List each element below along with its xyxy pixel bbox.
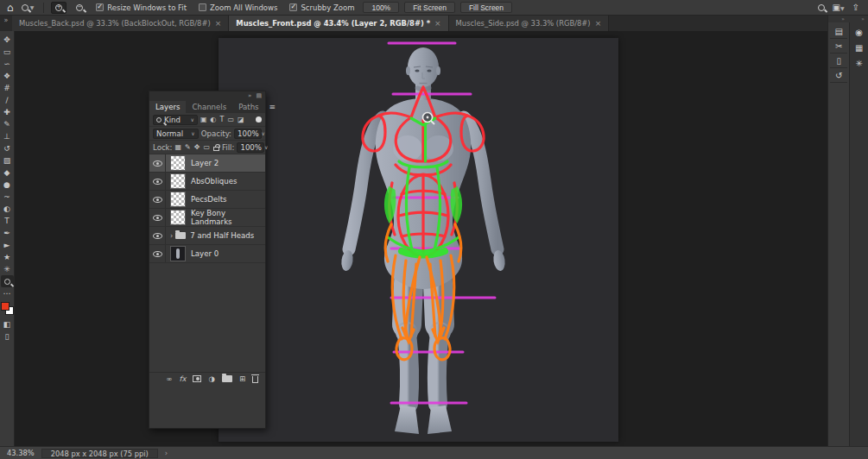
search-icon[interactable] bbox=[818, 4, 825, 11]
history-brush-tool[interactable]: ↺ bbox=[1, 142, 14, 154]
filter-pixel-layers-icon[interactable]: ▣ bbox=[200, 116, 207, 123]
visibility-toggle[interactable] bbox=[149, 191, 166, 208]
move-tool[interactable]: ✥ bbox=[1, 34, 14, 46]
eyedropper-tool[interactable]: ∕ bbox=[1, 94, 14, 106]
zoom-out-button[interactable]: − bbox=[72, 2, 87, 14]
more-tools-button[interactable]: ⋯ bbox=[1, 287, 14, 299]
foreground-color-swatch[interactable] bbox=[1, 302, 10, 311]
hand-tool[interactable]: ✳ bbox=[1, 263, 14, 275]
tab-layers[interactable]: Layers bbox=[149, 101, 186, 113]
new-layer-icon[interactable]: ⊞ bbox=[239, 374, 245, 383]
kind-filter-select[interactable]: Kind ∨ bbox=[153, 115, 198, 125]
new-group-icon[interactable] bbox=[222, 375, 232, 382]
filter-type-layers-icon[interactable]: T bbox=[220, 116, 225, 123]
adjustments-panel-icon[interactable]: ✂ bbox=[830, 39, 847, 53]
quick-mask-button[interactable]: ◧ bbox=[1, 318, 14, 330]
visibility-toggle[interactable] bbox=[149, 173, 166, 190]
visibility-toggle[interactable] bbox=[149, 154, 166, 172]
eraser-tool[interactable]: ▨ bbox=[1, 154, 14, 167]
tab-muscles-side[interactable]: Muscles_Side.psd @ 33.3% (RGB/8#) × bbox=[449, 16, 610, 31]
close-icon[interactable]: × bbox=[595, 19, 602, 28]
clone-stamp-tool[interactable]: ⊥ bbox=[1, 130, 14, 142]
history-panel-icon[interactable]: ↺ bbox=[830, 68, 847, 83]
object-selection-tool[interactable]: ❖ bbox=[1, 70, 14, 82]
color-panel-icon[interactable]: ◉ bbox=[851, 24, 868, 40]
add-layer-mask-icon[interactable] bbox=[193, 375, 201, 382]
shape-tool[interactable]: ★ bbox=[1, 251, 14, 263]
dock-collapse-icon[interactable]: » bbox=[828, 16, 848, 22]
layer-thumbnail[interactable] bbox=[170, 155, 186, 171]
zoom-all-windows-checkbox[interactable]: Zoom All Windows bbox=[199, 3, 277, 12]
layer-row-pecsdelts[interactable]: PecsDelts bbox=[149, 191, 265, 209]
zoom-level-field[interactable]: 43.38% bbox=[7, 449, 35, 457]
tab-channels[interactable]: Channels bbox=[186, 101, 232, 113]
group-expand-icon[interactable]: › bbox=[170, 232, 173, 240]
marquee-tool[interactable]: ▭ bbox=[1, 46, 14, 58]
patterns-panel-icon[interactable]: ▦ bbox=[851, 40, 868, 55]
tab-muscles-front[interactable]: Muscles_Front.psd @ 43.4% (Layer 2, RGB/… bbox=[229, 16, 448, 31]
close-icon[interactable]: × bbox=[434, 19, 441, 28]
visibility-toggle[interactable] bbox=[149, 245, 166, 262]
zoom-in-button[interactable]: + bbox=[51, 2, 67, 14]
layer-row-group-7-half-heads[interactable]: › 7 and Half Heads bbox=[149, 227, 265, 245]
link-layers-icon[interactable]: ∞ bbox=[166, 374, 172, 383]
filter-shape-layers-icon[interactable]: ▭ bbox=[227, 116, 234, 123]
filter-toggle-icon[interactable] bbox=[256, 116, 262, 123]
lock-transparency-icon[interactable]: ▦ bbox=[175, 143, 182, 151]
tab-paths[interactable]: Paths bbox=[232, 101, 264, 113]
crop-tool[interactable]: # bbox=[1, 82, 14, 94]
properties-panel-icon[interactable]: ✳ bbox=[851, 55, 868, 71]
panel-grid-icon[interactable]: ▤ bbox=[256, 92, 262, 99]
lock-position-icon[interactable]: ✥ bbox=[194, 143, 200, 151]
color-swatches[interactable] bbox=[1, 302, 14, 315]
fill-input[interactable]: 100% ∨ bbox=[237, 142, 264, 153]
layer-row-key-bony-landmarks[interactable]: Key Bony Landmarks bbox=[149, 209, 265, 227]
document-canvas[interactable] bbox=[219, 38, 618, 442]
share-icon[interactable]: ⇪ bbox=[852, 3, 859, 12]
fill-screen-button[interactable]: Fill Screen bbox=[460, 2, 512, 13]
layer-thumbnail[interactable] bbox=[170, 210, 186, 225]
close-icon[interactable]: × bbox=[215, 19, 222, 28]
blend-mode-select[interactable]: Normal ∨ bbox=[153, 129, 199, 139]
home-icon[interactable]: ⌂ bbox=[7, 0, 14, 16]
filter-smart-objects-icon[interactable]: ◪ bbox=[238, 116, 244, 123]
dock-collapse-icon[interactable]: » bbox=[848, 16, 868, 22]
lock-pixels-icon[interactable]: ✎ bbox=[185, 143, 191, 151]
zoom-100-button[interactable]: 100% bbox=[363, 2, 399, 13]
lock-artboard-icon[interactable]: ▭ bbox=[203, 143, 210, 151]
layer-thumbnail[interactable] bbox=[170, 173, 186, 189]
visibility-toggle[interactable] bbox=[149, 209, 166, 226]
fit-screen-button[interactable]: Fit Screen bbox=[404, 2, 455, 13]
tab-muscles-back[interactable]: Muscles_Back.psd @ 33.3% (BackBlockOut, … bbox=[12, 16, 229, 31]
workspace-icon[interactable]: ▣▼ bbox=[833, 3, 845, 12]
panel-menu-icon[interactable]: ≡ bbox=[265, 103, 281, 113]
zoom-tool[interactable] bbox=[1, 275, 14, 287]
layer-row-layer-0[interactable]: Layer 0 bbox=[149, 245, 265, 263]
status-chevron-icon[interactable]: › bbox=[165, 449, 168, 457]
blur-tool[interactable]: ● bbox=[1, 179, 14, 191]
layer-row-absobliques[interactable]: AbsObliques bbox=[149, 173, 265, 191]
screen-mode-button[interactable]: ▯ bbox=[1, 330, 14, 343]
path-selection-tool[interactable]: ► bbox=[1, 239, 14, 251]
panel-titlebar[interactable]: » ▤ bbox=[149, 91, 265, 100]
tab-overflow-icon[interactable]: » bbox=[0, 16, 12, 31]
brush-tool[interactable]: ✎ bbox=[1, 118, 14, 130]
filter-adjustment-layers-icon[interactable]: ◐ bbox=[211, 116, 217, 123]
current-tool-zoom[interactable]: ▼ bbox=[19, 3, 37, 12]
lock-all-icon[interactable] bbox=[213, 147, 219, 151]
layer-effects-icon[interactable]: fx bbox=[179, 374, 186, 383]
collapse-panel-icon[interactable]: » bbox=[248, 92, 251, 99]
visibility-toggle[interactable] bbox=[149, 227, 166, 244]
type-tool[interactable]: T bbox=[1, 215, 14, 227]
gradient-tool[interactable]: ◆ bbox=[1, 167, 14, 179]
pen-tool[interactable]: ✒ bbox=[1, 227, 14, 239]
opacity-input[interactable]: 100% ∨ bbox=[234, 129, 262, 139]
lasso-tool[interactable]: ∽ bbox=[1, 58, 14, 70]
layer-thumbnail[interactable] bbox=[170, 192, 186, 207]
scrubby-zoom-checkbox[interactable]: Scrubby Zoom bbox=[289, 3, 354, 12]
notes-panel-icon[interactable]: ▯ bbox=[830, 53, 847, 68]
dodge-tool[interactable]: ◐ bbox=[1, 203, 14, 215]
smudge-tool[interactable]: ~ bbox=[1, 191, 14, 203]
healing-brush-tool[interactable]: ✚ bbox=[1, 106, 14, 118]
layer-row-layer-2[interactable]: Layer 2 bbox=[149, 154, 265, 173]
